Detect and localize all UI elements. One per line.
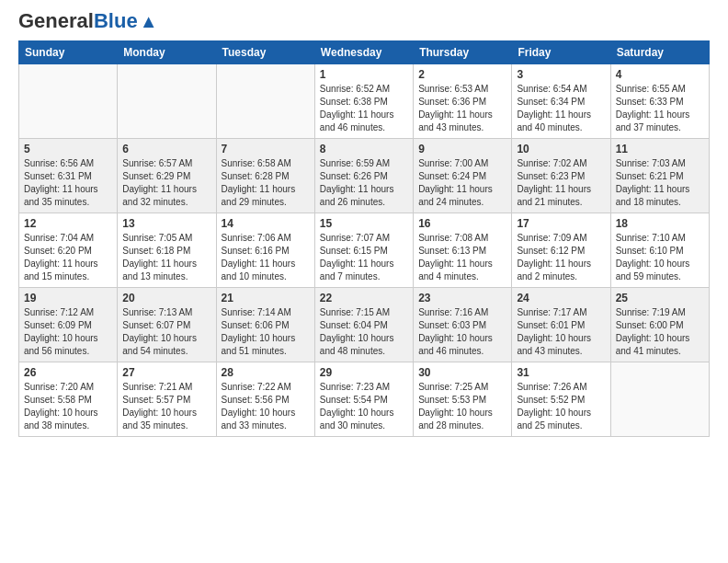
col-header-sunday: Sunday <box>19 41 118 64</box>
calendar-day-10: 10Sunrise: 7:02 AMSunset: 6:23 PMDayligh… <box>512 139 610 213</box>
day-number: 30 <box>418 366 506 379</box>
day-info: Sunrise: 7:20 AMSunset: 5:58 PMDaylight:… <box>24 381 112 432</box>
calendar-day-24: 24Sunrise: 7:17 AMSunset: 6:01 PMDayligh… <box>512 288 610 362</box>
calendar-week-row: 5Sunrise: 6:56 AMSunset: 6:31 PMDaylight… <box>19 139 710 213</box>
day-number: 20 <box>122 292 210 304</box>
day-info: Sunrise: 6:53 AMSunset: 6:36 PMDaylight:… <box>418 83 506 134</box>
calendar-day-27: 27Sunrise: 7:21 AMSunset: 5:57 PMDayligh… <box>118 362 216 437</box>
calendar-header-row: SundayMondayTuesdayWednesdayThursdayFrid… <box>19 41 710 64</box>
day-info: Sunrise: 7:12 AMSunset: 6:09 PMDaylight:… <box>24 306 112 358</box>
day-info: Sunrise: 7:26 AMSunset: 5:52 PMDaylight:… <box>517 381 605 432</box>
calendar-day-18: 18Sunrise: 7:10 AMSunset: 6:10 PMDayligh… <box>610 213 709 288</box>
calendar-day-23: 23Sunrise: 7:16 AMSunset: 6:03 PMDayligh… <box>414 288 512 362</box>
day-number: 11 <box>616 143 704 155</box>
calendar-day-12: 12Sunrise: 7:04 AMSunset: 6:20 PMDayligh… <box>19 213 118 288</box>
day-number: 27 <box>122 366 210 379</box>
day-info: Sunrise: 6:56 AMSunset: 6:31 PMDaylight:… <box>24 157 112 209</box>
calendar-day-22: 22Sunrise: 7:15 AMSunset: 6:04 PMDayligh… <box>314 288 413 362</box>
col-header-friday: Friday <box>512 41 610 64</box>
day-number: 16 <box>418 217 506 230</box>
calendar-table: SundayMondayTuesdayWednesdayThursdayFrid… <box>18 40 710 437</box>
day-info: Sunrise: 7:22 AMSunset: 5:56 PMDaylight:… <box>222 381 310 432</box>
day-info: Sunrise: 7:19 AMSunset: 6:00 PMDaylight:… <box>616 306 704 358</box>
day-info: Sunrise: 7:25 AMSunset: 5:53 PMDaylight:… <box>418 381 506 432</box>
day-info: Sunrise: 7:10 AMSunset: 6:10 PMDaylight:… <box>616 232 704 283</box>
calendar-day-29: 29Sunrise: 7:23 AMSunset: 5:54 PMDayligh… <box>314 362 413 437</box>
logo-blue: Blue <box>94 9 138 32</box>
day-info: Sunrise: 6:59 AMSunset: 6:26 PMDaylight:… <box>320 157 408 209</box>
calendar-day-25: 25Sunrise: 7:19 AMSunset: 6:00 PMDayligh… <box>610 288 709 362</box>
calendar-day-11: 11Sunrise: 7:03 AMSunset: 6:21 PMDayligh… <box>610 139 709 213</box>
calendar-day-19: 19Sunrise: 7:12 AMSunset: 6:09 PMDayligh… <box>19 288 118 362</box>
day-number: 2 <box>418 68 506 81</box>
calendar-day-5: 5Sunrise: 6:56 AMSunset: 6:31 PMDaylight… <box>19 139 118 213</box>
day-info: Sunrise: 7:21 AMSunset: 5:57 PMDaylight:… <box>122 381 210 432</box>
col-header-wednesday: Wednesday <box>314 41 413 64</box>
day-number: 19 <box>24 292 112 304</box>
calendar-day-empty <box>19 64 118 139</box>
day-number: 5 <box>24 143 112 155</box>
day-number: 24 <box>517 292 605 304</box>
calendar-day-empty <box>216 64 314 139</box>
calendar-day-20: 20Sunrise: 7:13 AMSunset: 6:07 PMDayligh… <box>118 288 216 362</box>
calendar-day-3: 3Sunrise: 6:54 AMSunset: 6:34 PMDaylight… <box>512 64 610 139</box>
calendar-day-21: 21Sunrise: 7:14 AMSunset: 6:06 PMDayligh… <box>216 288 314 362</box>
calendar-day-7: 7Sunrise: 6:58 AMSunset: 6:28 PMDaylight… <box>216 139 314 213</box>
day-info: Sunrise: 6:54 AMSunset: 6:34 PMDaylight:… <box>517 83 605 134</box>
day-info: Sunrise: 6:55 AMSunset: 6:33 PMDaylight:… <box>616 83 704 134</box>
day-info: Sunrise: 7:17 AMSunset: 6:01 PMDaylight:… <box>517 306 605 358</box>
day-number: 13 <box>122 217 210 230</box>
calendar-week-row: 12Sunrise: 7:04 AMSunset: 6:20 PMDayligh… <box>19 213 710 288</box>
calendar-day-6: 6Sunrise: 6:57 AMSunset: 6:29 PMDaylight… <box>118 139 216 213</box>
day-number: 14 <box>222 217 310 230</box>
calendar-day-31: 31Sunrise: 7:26 AMSunset: 5:52 PMDayligh… <box>512 362 610 437</box>
day-number: 17 <box>517 217 605 230</box>
day-number: 8 <box>320 143 408 155</box>
day-info: Sunrise: 7:05 AMSunset: 6:18 PMDaylight:… <box>122 232 210 283</box>
calendar-day-28: 28Sunrise: 7:22 AMSunset: 5:56 PMDayligh… <box>216 362 314 437</box>
day-info: Sunrise: 7:04 AMSunset: 6:20 PMDaylight:… <box>24 232 112 283</box>
day-info: Sunrise: 7:15 AMSunset: 6:04 PMDaylight:… <box>320 306 408 358</box>
day-info: Sunrise: 7:14 AMSunset: 6:06 PMDaylight:… <box>222 306 310 358</box>
calendar-day-13: 13Sunrise: 7:05 AMSunset: 6:18 PMDayligh… <box>118 213 216 288</box>
calendar-day-2: 2Sunrise: 6:53 AMSunset: 6:36 PMDaylight… <box>414 64 512 139</box>
day-number: 21 <box>222 292 310 304</box>
calendar-week-row: 26Sunrise: 7:20 AMSunset: 5:58 PMDayligh… <box>19 362 710 437</box>
logo-general: General <box>18 9 94 32</box>
calendar-day-14: 14Sunrise: 7:06 AMSunset: 6:16 PMDayligh… <box>216 213 314 288</box>
calendar-day-17: 17Sunrise: 7:09 AMSunset: 6:12 PMDayligh… <box>512 213 610 288</box>
day-info: Sunrise: 7:16 AMSunset: 6:03 PMDaylight:… <box>418 306 506 358</box>
day-info: Sunrise: 7:02 AMSunset: 6:23 PMDaylight:… <box>517 157 605 209</box>
day-number: 9 <box>418 143 506 155</box>
calendar-day-16: 16Sunrise: 7:08 AMSunset: 6:13 PMDayligh… <box>414 213 512 288</box>
day-number: 31 <box>517 366 605 379</box>
col-header-monday: Monday <box>118 41 216 64</box>
day-number: 6 <box>122 143 210 155</box>
day-number: 28 <box>222 366 310 379</box>
calendar-day-1: 1Sunrise: 6:52 AMSunset: 6:38 PMDaylight… <box>314 64 413 139</box>
col-header-thursday: Thursday <box>414 41 512 64</box>
calendar-week-row: 19Sunrise: 7:12 AMSunset: 6:09 PMDayligh… <box>19 288 710 362</box>
day-number: 1 <box>320 68 408 81</box>
day-number: 10 <box>517 143 605 155</box>
logo: GeneralBlue ▲ <box>18 9 157 33</box>
calendar-day-8: 8Sunrise: 6:59 AMSunset: 6:26 PMDaylight… <box>314 139 413 213</box>
header: GeneralBlue ▲ <box>18 9 710 33</box>
day-number: 4 <box>616 68 704 81</box>
page-container: GeneralBlue ▲ SundayMondayTuesdayWednesd… <box>0 0 728 446</box>
col-header-saturday: Saturday <box>610 41 709 64</box>
calendar-week-row: 1Sunrise: 6:52 AMSunset: 6:38 PMDaylight… <box>19 64 710 139</box>
day-number: 7 <box>222 143 310 155</box>
day-number: 26 <box>24 366 112 379</box>
day-info: Sunrise: 7:00 AMSunset: 6:24 PMDaylight:… <box>418 157 506 209</box>
logo-general-text: GeneralBlue <box>18 9 138 33</box>
day-number: 3 <box>517 68 605 81</box>
calendar-day-26: 26Sunrise: 7:20 AMSunset: 5:58 PMDayligh… <box>19 362 118 437</box>
calendar-day-9: 9Sunrise: 7:00 AMSunset: 6:24 PMDaylight… <box>414 139 512 213</box>
day-info: Sunrise: 7:07 AMSunset: 6:15 PMDaylight:… <box>320 232 408 283</box>
day-info: Sunrise: 7:09 AMSunset: 6:12 PMDaylight:… <box>517 232 605 283</box>
day-info: Sunrise: 7:03 AMSunset: 6:21 PMDaylight:… <box>616 157 704 209</box>
day-info: Sunrise: 6:52 AMSunset: 6:38 PMDaylight:… <box>320 83 408 134</box>
day-info: Sunrise: 7:13 AMSunset: 6:07 PMDaylight:… <box>122 306 210 358</box>
col-header-tuesday: Tuesday <box>216 41 314 64</box>
